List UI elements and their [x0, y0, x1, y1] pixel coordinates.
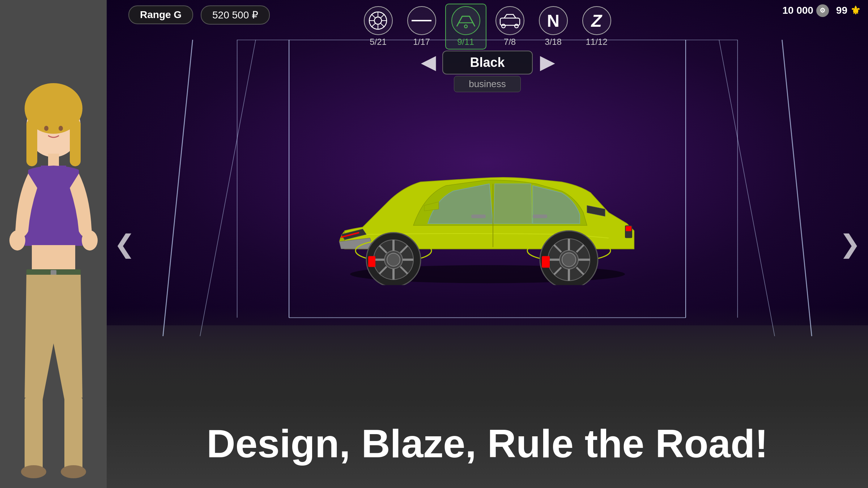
svg-point-29	[464, 25, 467, 28]
svg-line-36	[719, 40, 775, 336]
svg-line-24	[371, 14, 375, 18]
tab-wheels[interactable]: 5/21	[358, 4, 398, 49]
n-count: 3/18	[545, 37, 562, 47]
svg-rect-2	[26, 119, 37, 166]
price-pill: 520 500 ₽	[201, 5, 270, 25]
svg-line-35	[782, 40, 812, 336]
tab-roof[interactable]: 9/11	[445, 4, 486, 50]
coins-amount: 10 000	[782, 5, 813, 16]
main-area: Range G 520 500 ₽	[107, 0, 868, 488]
svg-point-79	[562, 253, 576, 266]
svg-point-32	[515, 24, 518, 28]
svg-rect-3	[70, 119, 81, 166]
color-next-button[interactable]: ▶	[540, 52, 554, 73]
tab-z[interactable]: Z 11/12	[577, 4, 617, 49]
z-count: 11/12	[586, 37, 607, 47]
tab-body[interactable]: 7/8	[490, 4, 530, 49]
body-svg	[499, 13, 521, 29]
n-letter: N	[547, 11, 559, 31]
color-name-box: Black	[442, 51, 533, 74]
n-icon: N	[539, 6, 568, 35]
stripe-svg	[412, 16, 431, 25]
svg-point-19	[374, 17, 382, 24]
z-icon: Z	[582, 6, 611, 35]
svg-rect-15	[64, 398, 82, 470]
svg-point-66	[387, 253, 400, 266]
stripe-count: 1/17	[413, 37, 430, 47]
coins-display: 10 000 ⚙	[782, 4, 829, 17]
svg-point-31	[502, 24, 505, 28]
svg-line-26	[381, 14, 384, 18]
svg-rect-51	[533, 214, 547, 218]
car-name-pill[interactable]: Range G	[128, 5, 193, 24]
wheels-icon	[364, 6, 393, 35]
roof-count: 9/11	[457, 37, 474, 47]
tab-n[interactable]: N 3/18	[533, 4, 573, 49]
svg-rect-65	[368, 256, 375, 267]
svg-rect-11	[32, 245, 75, 270]
svg-point-10	[82, 230, 98, 251]
gems-amount: 99	[836, 5, 847, 16]
car-display	[316, 122, 659, 286]
tab-stripe[interactable]: 1/17	[402, 4, 442, 49]
svg-rect-7	[41, 166, 48, 184]
car-svg	[316, 122, 659, 285]
svg-line-25	[381, 23, 384, 27]
roof-icon	[451, 6, 480, 35]
body-icon	[495, 6, 524, 35]
prev-car-button[interactable]: ❮	[114, 229, 135, 259]
tagline: Design, Blaze, Rule the Road!	[107, 420, 868, 466]
settings-icon[interactable]: ⚙	[816, 4, 829, 17]
top-header: Range G 520 500 ₽	[107, 0, 868, 40]
svg-line-27	[371, 23, 375, 27]
woman-illustration	[7, 72, 101, 488]
color-name-container: ◀ Black ▶	[421, 51, 554, 74]
color-prev-button[interactable]: ◀	[421, 52, 435, 73]
color-selector: ◀ Black ▶ business	[421, 51, 554, 92]
svg-rect-50	[471, 214, 486, 218]
color-subtype: business	[454, 76, 521, 92]
body-count: 7/8	[504, 37, 516, 47]
svg-rect-8	[59, 166, 66, 184]
next-car-button[interactable]: ❯	[839, 229, 861, 259]
gem-icon: ⚜	[850, 4, 861, 17]
svg-line-34	[200, 40, 256, 336]
svg-rect-48	[626, 226, 631, 231]
gems-display: 99 ⚜	[836, 4, 861, 17]
left-panel	[0, 0, 107, 488]
showroom: ◀ Black ▶ business	[161, 40, 814, 336]
svg-point-16	[21, 465, 46, 478]
svg-line-33	[163, 40, 193, 336]
wheels-count: 5/21	[370, 37, 387, 47]
svg-point-9	[9, 230, 25, 251]
wheel-svg	[368, 11, 388, 31]
currency-bar: 10 000 ⚙ 99 ⚜	[782, 4, 861, 17]
svg-point-17	[61, 465, 86, 478]
woman-figure	[0, 54, 107, 488]
svg-point-5	[59, 126, 63, 131]
svg-rect-78	[542, 256, 550, 267]
stripe-icon	[407, 6, 436, 35]
icon-tabs: 5/21 1/17	[358, 4, 617, 50]
roof-svg	[455, 13, 477, 29]
z-letter: Z	[591, 11, 602, 31]
svg-point-4	[44, 126, 48, 131]
svg-rect-14	[25, 398, 43, 470]
